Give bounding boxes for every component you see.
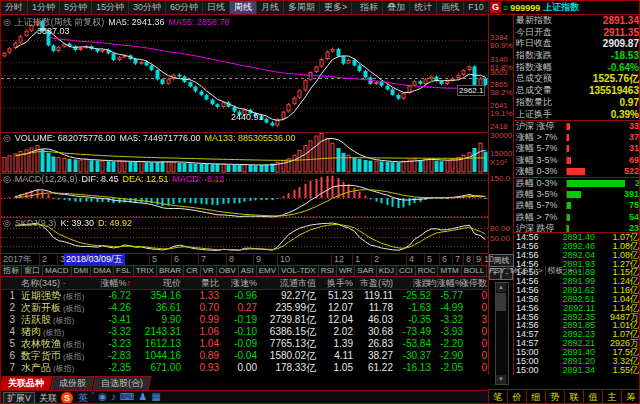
table-row[interactable]: 6数字货币(板指)-2.831044.160.89-0.041580.02亿4.…: [1, 350, 488, 362]
scroll-down-arrow[interactable]: ▼: [496, 375, 506, 384]
indicator-tab-SAR[interactable]: SAR: [355, 266, 376, 276]
indicator-tab-MCST[interactable]: MCST: [508, 266, 536, 276]
period-tab-1分钟[interactable]: 1分钟: [28, 1, 60, 14]
indicator-tab-MACD[interactable]: MACD: [43, 266, 72, 276]
column-header-turnover[interactable]: 换手%: [327, 277, 353, 289]
table-row[interactable]: 1近期强势(板指)-6.72354.161.33-0.9692.27亿51.23…: [1, 290, 488, 302]
table-row[interactable]: 4猪肉(板指)-3.322143.311.06-0.106386.15亿2.02…: [1, 326, 488, 338]
indicator-tab-WR[interactable]: WR: [337, 266, 355, 276]
indicator-tab-KDJ[interactable]: KDJ: [377, 266, 397, 276]
indicator-tab-FSL[interactable]: FSL: [114, 266, 134, 276]
remove-pane-button[interactable]: -: [576, 266, 584, 276]
expand-dropdown[interactable]: 扩展V: [3, 392, 35, 404]
indicator-tab-窗口[interactable]: 窗口: [22, 266, 43, 276]
period-tab-60分钟[interactable]: 60分钟: [166, 1, 203, 14]
distribution-bar-zone: [566, 180, 625, 188]
ime-tool-icon-6[interactable]: ▦: [151, 391, 160, 404]
ime-tool-icon-4[interactable]: ⌨: [120, 391, 134, 404]
table-row[interactable]: 5农林牧渔(板指)-3.231612.131.04-0.097765.13亿1.…: [1, 338, 488, 350]
tick-tab-值[interactable]: 值: [584, 390, 603, 404]
indicator-tab-VR[interactable]: VR: [201, 266, 217, 276]
ime-tool-icon-5[interactable]: ♟: [138, 391, 147, 404]
indicator-tab-DMI[interactable]: DMI: [72, 266, 92, 276]
tick-tab-细[interactable]: 细: [527, 390, 546, 404]
column-header-mcap[interactable]: 流通市值: [280, 277, 316, 289]
table-row[interactable]: 3活跃股(板指)-3.419.900.99-0.192739.81亿12.044…: [1, 314, 488, 326]
column-header-pe[interactable]: 市盈(动): [360, 277, 393, 289]
link-toggle[interactable]: 关联: [39, 392, 57, 404]
period-tab-30分钟[interactable]: 30分钟: [129, 1, 166, 14]
bottom-tab-自选股(合)[interactable]: 自选股(合): [93, 376, 152, 390]
cell-speed: -0.19: [234, 314, 257, 326]
period-tab-日线[interactable]: 日线: [203, 1, 230, 14]
period-tab-分时[interactable]: 分时: [1, 1, 28, 14]
period-tab-15分钟[interactable]: 15分钟: [92, 1, 129, 14]
column-header-price[interactable]: 现价: [163, 277, 181, 289]
indicator-tab-ROC[interactable]: ROC: [416, 266, 439, 276]
cell-chg: -16.13: [403, 362, 431, 374]
period-tab-5分钟[interactable]: 5分钟: [60, 1, 92, 14]
column-header-limit[interactable]: 涨停数: [460, 277, 487, 289]
indicator-tab-BOLL[interactable]: BOLL: [462, 266, 487, 276]
ime-logo-icon[interactable]: S: [61, 392, 73, 404]
scroll-up-arrow[interactable]: ▲: [496, 283, 506, 292]
scrollbar-thumb[interactable]: [496, 293, 506, 311]
indicator-tab-CR[interactable]: CR: [184, 266, 201, 276]
price-axis-label: 338480.9%: [490, 34, 513, 50]
indicator-tab-TRIX[interactable]: TRIX: [134, 266, 157, 276]
vertical-scrollbar[interactable]: ▲ ▼: [495, 282, 509, 385]
indicator-tab-BRAR[interactable]: BRAR: [157, 266, 184, 276]
column-header-avg[interactable]: 均涨幅%: [428, 277, 463, 289]
indicator-tab-DMA[interactable]: DMA: [91, 266, 114, 276]
period-tab-周线[interactable]: 周线: [230, 1, 257, 14]
tick-tab-价[interactable]: 价: [508, 390, 527, 404]
ime-tool-icon-0[interactable]: 英: [78, 391, 88, 404]
template-button[interactable]: 模板: [546, 266, 567, 276]
menu-icon[interactable]: ≡: [503, 3, 508, 13]
tick-tab-笔[interactable]: 笔: [489, 390, 508, 404]
period-tab-月线[interactable]: 月线: [257, 1, 284, 14]
sector-name[interactable]: 水产品(板指): [21, 362, 74, 375]
tool-button-指标[interactable]: 指标: [356, 1, 383, 14]
indicator-tab-OBV[interactable]: OBV: [217, 266, 239, 276]
add-pane-button[interactable]: +: [567, 266, 577, 276]
indicator-tab-CCI[interactable]: CCI: [397, 266, 416, 276]
column-header-pct[interactable]: 涨幅%↑: [100, 277, 131, 289]
timeline-axis: 2017年 2018/03/09/五 235678910121245678910: [1, 254, 488, 266]
tool-button-F10[interactable]: F10: [464, 1, 489, 14]
indicator-tab-MTM[interactable]: MTM: [438, 266, 461, 276]
column-header-lb[interactable]: 量比: [201, 277, 219, 289]
indicator-tab-ASI[interactable]: ASI: [239, 266, 257, 276]
candlestick-chart[interactable]: [1, 15, 488, 254]
indicator-tab-指标[interactable]: 指标: [1, 266, 22, 276]
tool-button-统计[interactable]: 统计: [410, 1, 437, 14]
quote-value: 135519463: [568, 85, 639, 97]
period-tab-更多>[interactable]: 更多>: [320, 1, 352, 14]
ime-tool-icon-2[interactable]: ◉: [98, 391, 107, 404]
indicator-tab-VOL-TDX[interactable]: VOL-TDX: [279, 266, 319, 276]
column-header-speed[interactable]: 涨速%: [231, 277, 257, 289]
ime-tool-icon-1[interactable]: ’: [92, 391, 94, 404]
table-row[interactable]: 2次新开板(板指)-4.2636.610.700.27235.99亿12.071…: [1, 302, 488, 314]
cell-pct: -4.26: [108, 302, 131, 314]
distribution-row: 跌幅 0-3%2438: [514, 177, 640, 189]
table-row[interactable]: 7水产品(板指)-2.35671.000.930.00178.33亿1.0561…: [1, 362, 488, 374]
timeline-month-label: 6: [171, 254, 179, 265]
distribution-row: 沪深 涨停33: [514, 121, 640, 132]
period-tab-多周期[interactable]: 多周期: [284, 1, 320, 14]
tick-tab-势[interactable]: 势: [546, 390, 565, 404]
tool-button-叠加[interactable]: 叠加: [383, 1, 410, 14]
indicator-tab-EMV[interactable]: EMV: [257, 266, 279, 276]
tick-tab-联[interactable]: 联: [565, 390, 584, 404]
symbol-code: 999999: [510, 3, 540, 13]
indicator-tab-PSY[interactable]: PSY: [487, 266, 508, 276]
bottom-tab-成份股[interactable]: 成份股: [51, 376, 95, 390]
tick-tab-主[interactable]: 主: [603, 390, 622, 404]
ime-tool-icon-3[interactable]: ♪: [111, 391, 116, 404]
indicator-tab-RSI[interactable]: RSI: [319, 266, 337, 276]
indicator-tab->[interactable]: >: [536, 266, 546, 276]
column-header-name[interactable]: 名称(345) ·: [21, 277, 66, 289]
tick-tab-筹[interactable]: 筹: [622, 390, 640, 404]
bottom-tab-关联品种[interactable]: 关联品种: [0, 376, 52, 390]
tool-button-画线[interactable]: 画线: [437, 1, 464, 14]
